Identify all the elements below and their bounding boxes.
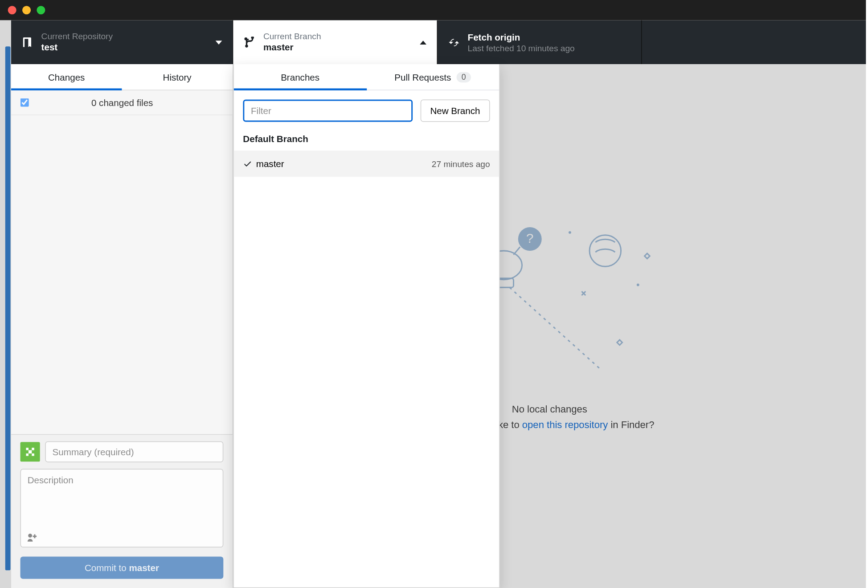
changes-sidebar: Changes History 0 changed files Descript… bbox=[11, 64, 233, 588]
fetch-subtitle: Last fetched 10 minutes ago bbox=[468, 43, 575, 53]
fetch-title: Fetch origin bbox=[468, 32, 575, 43]
window-maximize-button[interactable] bbox=[37, 6, 45, 14]
repo-label: Current Repository bbox=[41, 31, 113, 41]
tab-pull-requests[interactable]: Pull Requests 0 bbox=[366, 64, 499, 90]
new-branch-button[interactable]: New Branch bbox=[420, 99, 490, 122]
commit-button-prefix: Commit to bbox=[85, 563, 129, 573]
window-close-button[interactable] bbox=[8, 6, 16, 14]
git-branch-icon bbox=[242, 37, 257, 48]
default-branch-heading: Default Branch bbox=[234, 131, 499, 151]
commit-button[interactable]: Commit to master bbox=[20, 557, 224, 579]
check-icon bbox=[243, 159, 256, 168]
fetch-origin-button[interactable]: Fetch origin Last fetched 10 minutes ago bbox=[438, 20, 642, 64]
branch-dropdown-popup: Branches Pull Requests 0 New Branch Defa… bbox=[233, 64, 500, 588]
titlebar bbox=[0, 0, 866, 20]
branch-item-time: 27 minutes ago bbox=[432, 159, 490, 168]
branch-item-name: master bbox=[256, 159, 432, 169]
commit-panel: Description Commit to master bbox=[11, 434, 233, 588]
changed-files-count: 0 changed files bbox=[21, 97, 223, 108]
commit-button-branch: master bbox=[129, 563, 159, 573]
current-branch-selector[interactable]: Current Branch master bbox=[233, 20, 438, 64]
chevron-up-icon bbox=[420, 40, 426, 44]
svg-rect-0 bbox=[26, 448, 29, 450]
sync-icon bbox=[447, 37, 461, 48]
tab-branches[interactable]: Branches bbox=[234, 64, 367, 90]
toolbar: Current Repository test Current Branch m… bbox=[11, 20, 866, 64]
description-placeholder: Description bbox=[28, 475, 74, 486]
commit-description-input[interactable]: Description bbox=[20, 469, 224, 547]
background-window-edge bbox=[0, 20, 11, 588]
repo-icon bbox=[20, 37, 35, 48]
svg-rect-2 bbox=[26, 453, 29, 456]
changed-files-header: 0 changed files bbox=[11, 90, 233, 115]
avatar bbox=[20, 442, 40, 461]
branch-filter-input[interactable] bbox=[243, 99, 412, 122]
repo-name: test bbox=[41, 42, 113, 53]
select-all-checkbox[interactable] bbox=[20, 98, 29, 107]
pr-tab-label: Pull Requests bbox=[394, 72, 451, 82]
branch-label: Current Branch bbox=[263, 31, 321, 41]
add-coauthor-icon[interactable] bbox=[26, 532, 37, 543]
svg-rect-3 bbox=[29, 450, 32, 453]
branch-list-item[interactable]: master 27 minutes ago bbox=[234, 151, 499, 177]
sidebar-tabs: Changes History bbox=[11, 64, 233, 90]
chevron-down-icon bbox=[216, 40, 222, 44]
pr-count-badge: 0 bbox=[456, 72, 471, 82]
tab-changes[interactable]: Changes bbox=[11, 64, 122, 90]
tab-history[interactable]: History bbox=[122, 64, 232, 90]
window-minimize-button[interactable] bbox=[22, 6, 31, 14]
svg-rect-1 bbox=[32, 448, 34, 450]
branch-name: master bbox=[263, 42, 321, 53]
svg-rect-4 bbox=[32, 453, 34, 456]
current-repository-selector[interactable]: Current Repository test bbox=[11, 20, 233, 64]
commit-summary-input[interactable] bbox=[45, 441, 223, 462]
